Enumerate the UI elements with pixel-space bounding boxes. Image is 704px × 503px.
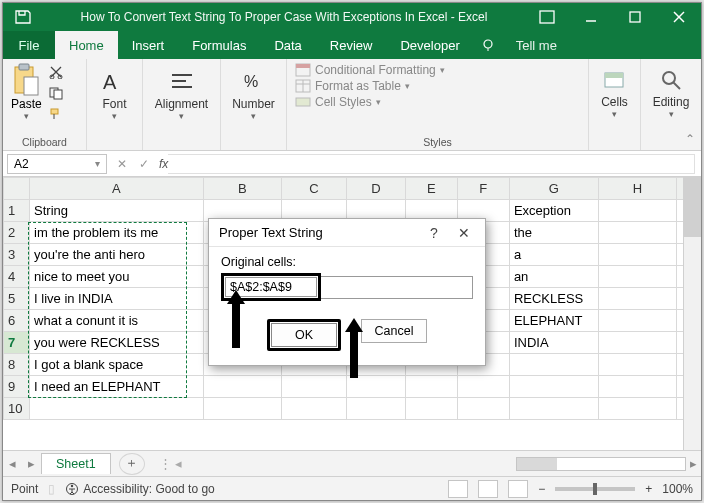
cell[interactable]: I live in INDIA xyxy=(30,288,204,310)
cell[interactable]: ELEPHANT xyxy=(509,310,598,332)
view-normal-icon[interactable] xyxy=(448,480,468,498)
name-box[interactable]: A2 ▾ xyxy=(7,154,107,174)
cell[interactable] xyxy=(509,376,598,398)
horizontal-scrollbar[interactable] xyxy=(516,457,686,471)
accessibility-status[interactable]: Accessibility: Good to go xyxy=(65,482,214,496)
enter-formula-icon[interactable]: ✓ xyxy=(133,157,155,171)
cell[interactable]: an xyxy=(509,266,598,288)
vertical-scrollbar[interactable] xyxy=(683,177,701,450)
col-header-A[interactable]: A xyxy=(30,178,204,200)
cell[interactable] xyxy=(598,266,676,288)
tab-review[interactable]: Review xyxy=(316,31,387,59)
add-sheet-button[interactable]: ＋ xyxy=(119,453,145,475)
cell[interactable]: nice to meet you xyxy=(30,266,204,288)
cell[interactable]: you were RECKLESS xyxy=(30,332,204,354)
file-tab[interactable]: File xyxy=(3,31,55,59)
cell[interactable]: what a conunt it is xyxy=(30,310,204,332)
view-page-break-icon[interactable] xyxy=(508,480,528,498)
dialog-help-button[interactable]: ? xyxy=(419,225,449,241)
tab-insert[interactable]: Insert xyxy=(118,31,179,59)
ribbon-display-icon[interactable] xyxy=(525,3,569,31)
zoom-slider[interactable] xyxy=(555,487,635,491)
row-header[interactable]: 2 xyxy=(4,222,30,244)
cell[interactable]: the xyxy=(509,222,598,244)
cut-icon[interactable] xyxy=(48,65,64,83)
ok-button[interactable]: OK xyxy=(271,323,337,347)
cancel-formula-icon[interactable]: ✕ xyxy=(111,157,133,171)
col-header-E[interactable]: E xyxy=(405,178,457,200)
conditional-formatting-button[interactable]: Conditional Formatting▾ xyxy=(295,63,580,77)
cell[interactable] xyxy=(598,288,676,310)
row-header[interactable]: 5 xyxy=(4,288,30,310)
row-header[interactable]: 4 xyxy=(4,266,30,288)
tab-formulas[interactable]: Formulas xyxy=(178,31,260,59)
cell[interactable]: RECKLESS xyxy=(509,288,598,310)
cell[interactable] xyxy=(347,398,406,420)
tell-me[interactable]: Tell me xyxy=(502,31,571,59)
cell[interactable] xyxy=(598,200,676,222)
cell[interactable]: you're the anti hero xyxy=(30,244,204,266)
cell[interactable]: INDIA xyxy=(509,332,598,354)
cell[interactable]: im the problem its me xyxy=(30,222,204,244)
cell[interactable]: String xyxy=(30,200,204,222)
zoom-in-icon[interactable]: + xyxy=(645,482,652,496)
col-header-H[interactable]: H xyxy=(598,178,676,200)
row-header[interactable]: 7 xyxy=(4,332,30,354)
chevron-down-icon[interactable]: ▾ xyxy=(95,158,100,169)
cell[interactable] xyxy=(598,244,676,266)
alignment-group-button[interactable]: Alignment ▾ xyxy=(151,63,212,125)
cell[interactable] xyxy=(598,222,676,244)
row-header[interactable]: 8 xyxy=(4,354,30,376)
cell[interactable] xyxy=(598,398,676,420)
cell[interactable] xyxy=(598,376,676,398)
sheet-tab[interactable]: Sheet1 xyxy=(41,453,111,474)
paste-button[interactable]: Paste ▾ xyxy=(11,63,42,121)
cells-group-button[interactable]: Cells ▾ xyxy=(597,63,632,123)
format-as-table-button[interactable]: Format as Table▾ xyxy=(295,79,580,93)
dialog-close-button[interactable]: ✕ xyxy=(449,225,479,241)
fx-icon[interactable]: fx xyxy=(159,157,168,171)
original-cells-input-ext[interactable] xyxy=(321,276,473,299)
cell[interactable] xyxy=(457,376,509,398)
font-group-button[interactable]: A Font ▾ xyxy=(95,63,134,125)
number-group-button[interactable]: % Number ▾ xyxy=(229,63,278,125)
minimize-button[interactable] xyxy=(569,3,613,31)
cell[interactable] xyxy=(598,354,676,376)
row-header[interactable]: 9 xyxy=(4,376,30,398)
tab-developer[interactable]: Developer xyxy=(386,31,473,59)
cell-styles-button[interactable]: Cell Styles▾ xyxy=(295,95,580,109)
cancel-button[interactable]: Cancel xyxy=(361,319,427,343)
col-header-G[interactable]: G xyxy=(509,178,598,200)
cell[interactable] xyxy=(405,376,457,398)
cell[interactable] xyxy=(509,398,598,420)
cell[interactable] xyxy=(457,398,509,420)
col-header-C[interactable]: C xyxy=(281,178,346,200)
close-button[interactable] xyxy=(657,3,701,31)
format-painter-icon[interactable] xyxy=(48,107,64,125)
formula-input[interactable] xyxy=(168,154,695,174)
tab-home[interactable]: Home xyxy=(55,31,118,59)
view-page-layout-icon[interactable] xyxy=(478,480,498,498)
col-header-D[interactable]: D xyxy=(347,178,406,200)
cell[interactable] xyxy=(281,398,346,420)
zoom-out-icon[interactable]: − xyxy=(538,482,545,496)
cell[interactable] xyxy=(509,354,598,376)
cell[interactable] xyxy=(281,376,346,398)
row-header[interactable]: 10 xyxy=(4,398,30,420)
cell[interactable] xyxy=(30,398,204,420)
cell[interactable]: a xyxy=(509,244,598,266)
row-header[interactable]: 6 xyxy=(4,310,30,332)
cell[interactable] xyxy=(203,398,281,420)
sheet-nav-next-icon[interactable]: ▸ xyxy=(22,456,41,471)
cell[interactable] xyxy=(405,398,457,420)
cell[interactable]: I need an ELEPHANT xyxy=(30,376,204,398)
row-header[interactable]: 3 xyxy=(4,244,30,266)
copy-icon[interactable] xyxy=(48,86,64,104)
cell[interactable]: I got a blank space xyxy=(30,354,204,376)
cell[interactable] xyxy=(203,376,281,398)
collapse-ribbon-icon[interactable]: ⌃ xyxy=(685,132,695,146)
cell[interactable]: Exception xyxy=(509,200,598,222)
cell[interactable] xyxy=(598,310,676,332)
col-header-B[interactable]: B xyxy=(203,178,281,200)
zoom-level[interactable]: 100% xyxy=(662,482,693,496)
